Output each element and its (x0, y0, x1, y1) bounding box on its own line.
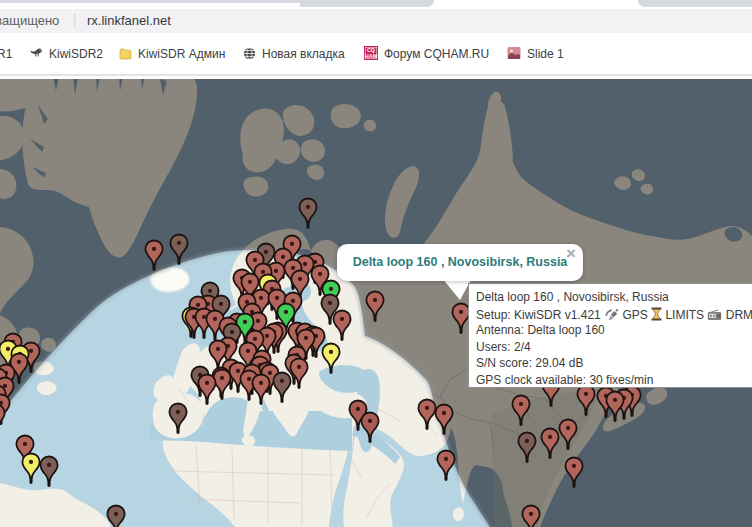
svg-text:HAM: HAM (365, 53, 378, 59)
